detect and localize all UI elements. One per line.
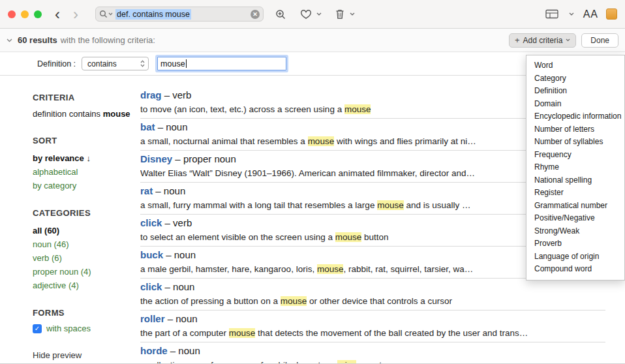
menu-item-proverb[interactable]: Proverb <box>526 237 624 250</box>
search-icon <box>99 10 113 18</box>
result-definition: a collective name for a group of gerbils… <box>140 359 605 364</box>
notes-icon[interactable] <box>606 8 617 20</box>
result-part-of-speech: – noun <box>162 281 194 292</box>
menu-item-grammatical-number[interactable]: Grammatical number <box>526 200 624 213</box>
result-word[interactable]: click <box>140 281 162 292</box>
search-term-highlight: mouse <box>281 296 307 306</box>
result-row: roller – nounthe part of a computer mous… <box>140 311 605 342</box>
clear-search-icon[interactable]: ✕ <box>251 10 260 19</box>
result-headline: click – noun <box>140 281 605 294</box>
category-option-noun-46[interactable]: noun (46) <box>33 237 140 251</box>
menu-item-number-of-letters[interactable]: Number of letters <box>526 123 624 136</box>
results-count: 60 results <box>18 35 57 45</box>
sort-option-by-category[interactable]: by category <box>33 179 140 192</box>
zoom-window-button[interactable] <box>34 10 42 18</box>
result-definition: the part of a computer mouse that detect… <box>140 327 605 339</box>
with-spaces-label: with spaces <box>46 324 91 333</box>
criteria-field-label: Definition : <box>37 59 76 68</box>
sidebar-criteria-block: CRITERIA definition contains mouse <box>33 93 140 120</box>
menu-item-domain[interactable]: Domain <box>526 98 624 111</box>
menu-item-definition[interactable]: Definition <box>526 85 624 98</box>
search-field-value: def. contains mouse <box>115 9 191 20</box>
traffic-lights <box>8 10 42 18</box>
menu-item-strong-weak[interactable]: Strong/Weak <box>526 225 624 238</box>
minimize-window-button[interactable] <box>21 10 29 18</box>
hide-preview-button[interactable]: Hide preview <box>33 350 82 360</box>
text-caret <box>186 59 187 68</box>
criteria-operator-select[interactable]: contains <box>82 57 149 70</box>
add-criteria-chevron-icon <box>566 38 570 42</box>
plus-icon: + <box>515 35 520 45</box>
category-option-verb-6[interactable]: verb (6) <box>33 251 140 265</box>
menu-item-frequency[interactable]: Frequency <box>526 149 624 162</box>
criteria-summary: definition contains mouse <box>33 108 140 120</box>
category-option-all-60[interactable]: all (60) <box>33 224 140 237</box>
result-definition: the action of pressing a button on a mou… <box>140 296 605 307</box>
categories-heading: CATEGORIES <box>33 208 140 218</box>
result-headline: horde – noun <box>140 344 605 357</box>
result-part-of-speech: – noun <box>165 313 198 324</box>
new-search-icon[interactable] <box>274 8 288 21</box>
nav-arrows: ‹ › <box>55 8 78 21</box>
close-window-button[interactable] <box>8 10 16 18</box>
search-input[interactable]: def. contains mouse ✕ <box>95 7 264 22</box>
favorites-heart-icon[interactable] <box>299 8 313 21</box>
back-button[interactable]: ‹ <box>55 8 60 21</box>
result-word[interactable]: horde <box>140 345 168 356</box>
result-part-of-speech: – noun <box>155 121 188 132</box>
criteria-value-input[interactable]: mouse <box>157 57 286 70</box>
menu-item-language-of-origin[interactable]: Language of origin <box>526 250 624 264</box>
menu-item-word[interactable]: Word <box>526 59 624 72</box>
sort-option-by-relevance[interactable]: by relevance ↓ <box>33 151 140 165</box>
menu-item-category[interactable]: Category <box>526 72 624 85</box>
popup-arrows-icon <box>140 60 145 67</box>
result-word[interactable]: bat <box>140 121 155 132</box>
search-term-highlight: mice <box>337 360 356 364</box>
category-option-adjective-4[interactable]: adjective (4) <box>33 279 140 292</box>
criteria-disclosure-chevron-icon[interactable] <box>7 38 12 42</box>
add-criteria-button[interactable]: + Add criteria <box>509 33 576 48</box>
menu-item-encyclopedic-information[interactable]: Encyclopedic information <box>526 110 624 123</box>
sort-heading: SORT <box>33 136 140 145</box>
result-part-of-speech: – noun <box>168 345 200 356</box>
result-word[interactable]: buck <box>140 249 163 260</box>
result-word[interactable]: Disney <box>140 153 172 164</box>
criteria-heading: CRITERIA <box>33 93 140 102</box>
forms-heading: FORMS <box>33 308 140 318</box>
search-term-highlight: mouse <box>335 232 362 242</box>
with-spaces-checkbox-row[interactable]: ✓ with spaces <box>33 324 140 333</box>
view-options-icon[interactable] <box>544 8 560 20</box>
view-options-chevron-icon[interactable] <box>568 11 575 17</box>
category-option-proper-noun-4[interactable]: proper noun (4) <box>33 265 140 279</box>
menu-item-number-of-syllables[interactable]: Number of syllables <box>526 136 624 149</box>
result-word[interactable]: roller <box>140 313 165 324</box>
result-word[interactable]: click <box>140 217 162 228</box>
result-headline: roller – noun <box>140 312 605 326</box>
menu-item-national-spelling[interactable]: National spelling <box>526 174 624 187</box>
result-word[interactable]: rat <box>140 185 153 196</box>
done-button[interactable]: Done <box>581 33 618 48</box>
trash-chevron-icon[interactable] <box>348 11 356 17</box>
text-size-button[interactable]: AA <box>583 8 598 20</box>
menu-item-compound-word[interactable]: Compound word <box>526 263 624 276</box>
favorites-chevron-icon[interactable] <box>315 11 323 17</box>
sidebar-categories-block: CATEGORIES all (60)noun (46)verb (6)prop… <box>33 208 140 292</box>
search-term-highlight: mouse <box>377 200 404 210</box>
menu-item-rhyme[interactable]: Rhyme <box>526 161 624 174</box>
result-part-of-speech: – verb <box>162 217 192 228</box>
forward-button[interactable]: › <box>73 8 78 21</box>
menu-item-positive-negative[interactable]: Positive/Negative <box>526 212 624 225</box>
search-term-highlight: mouse <box>308 136 335 146</box>
add-criteria-menu: WordCategoryDefinitionDomainEncyclopedic… <box>526 55 625 281</box>
search-term-highlight: mouse <box>317 264 344 274</box>
result-word[interactable]: drag <box>140 89 162 100</box>
result-part-of-speech: – noun <box>153 185 185 196</box>
category-list: all (60)noun (46)verb (6)proper noun (4)… <box>33 224 140 292</box>
trash-icon[interactable] <box>333 7 346 21</box>
app-window: ‹ › def. contains mouse ✕ <box>0 0 625 364</box>
checkbox-checked-icon[interactable]: ✓ <box>33 324 42 333</box>
results-bar: 60 results with the following criteria: … <box>0 29 625 52</box>
search-term-highlight: mouse <box>344 104 371 114</box>
menu-item-register[interactable]: Register <box>526 187 624 200</box>
sort-option-alphabetical[interactable]: alphabetical <box>33 165 140 179</box>
